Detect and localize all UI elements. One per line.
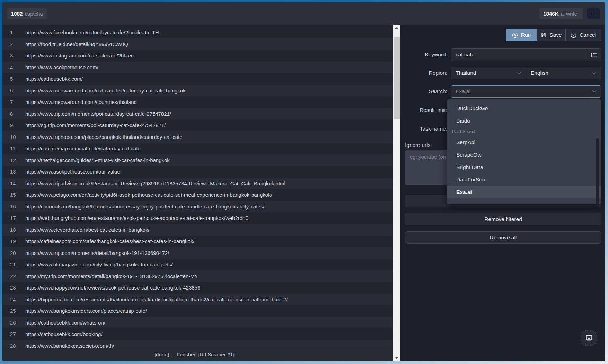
url-row-link: https://www.facebook.com/caturdaycatcafe…	[25, 29, 159, 35]
keyword-browse-button[interactable]	[587, 49, 601, 61]
url-list-panel: 1 https://www.facebook.com/caturdaycatca…	[2, 25, 393, 361]
scrollbar-thumb[interactable]	[394, 37, 400, 119]
ai-writer-label: ai writer	[561, 11, 579, 17]
url-row[interactable]: 3 https://www.instagram.com/catstalecafe…	[2, 50, 393, 62]
region-language-value: English	[526, 70, 592, 76]
url-row-number: 6	[2, 88, 25, 94]
url-row-number: 18	[2, 227, 25, 233]
region-selects: Thailand English	[451, 67, 601, 79]
task-name-label: Task name:	[405, 126, 447, 132]
url-row[interactable]: 16 https://coconuts.co/bangkok/features/…	[2, 201, 393, 213]
url-row[interactable]: 15 https://www.pelago.com/en/activity/pi…	[2, 189, 393, 201]
collapse-button[interactable]: ~	[587, 8, 600, 19]
search-engine-value: Exa.ai	[451, 88, 592, 95]
url-row-number: 25	[2, 308, 25, 314]
run-button[interactable]: Run	[506, 29, 537, 41]
url-row-link: https://www.trip.com/moments/detail/bang…	[25, 250, 169, 256]
top-bar: 1082 captcha 1846K ai writer ~	[2, 2, 605, 25]
url-row[interactable]: 13 https://www.asokpethouse.com/our-valu…	[2, 166, 393, 178]
search-engine-select[interactable]: Exa.ai	[451, 85, 601, 98]
url-row-number: 12	[2, 157, 25, 163]
url-row[interactable]: 1 https://www.facebook.com/caturdaycatca…	[2, 27, 393, 38]
keyword-label: Keyword:	[405, 52, 447, 58]
url-row-link: https://www.pelago.com/en/activity/pid6t…	[25, 192, 272, 198]
ai-writer-counter[interactable]: 1846K ai writer	[539, 8, 583, 19]
url-row[interactable]: 19 https://caffeinespots.com/cafes/bangk…	[2, 236, 393, 247]
url-row-number: 15	[2, 192, 25, 198]
region-language-select[interactable]: English	[526, 67, 601, 79]
app-window: 1082 captcha 1846K ai writer ~ 1 https:/…	[2, 2, 605, 361]
url-row[interactable]: 25 https://www.bangkokinsiders.com/place…	[2, 305, 393, 317]
chevron-down-icon	[517, 72, 521, 74]
url-row[interactable]: 6 https://www.meowaround.com/cat-cafe-li…	[2, 85, 393, 97]
save-label: Save	[549, 32, 562, 38]
remove-all-button[interactable]: Remove all	[405, 231, 601, 244]
list-scrollbar[interactable]	[393, 25, 400, 361]
url-row[interactable]: 28 https://www.bangkokcatsociety.com/th/	[2, 340, 393, 348]
url-row-link: https://www.cleverthai.com/best-cat-cafe…	[25, 227, 149, 233]
url-row[interactable]: 8 https://www.trip.com/moments/poi-catur…	[2, 108, 393, 120]
assistant-fab-button[interactable]	[581, 330, 597, 346]
scroll-down-button[interactable]	[393, 355, 400, 361]
url-row-link: https://cathousebkk.com/whats-on/	[25, 320, 105, 326]
url-row-link: https://www.asokpethouse.com/	[25, 64, 98, 70]
url-row[interactable]: 9 https://sg.trip.com/moments/poi-caturd…	[2, 119, 393, 131]
url-row[interactable]: 23 https://www.happycow.net/reviews/asok…	[2, 282, 393, 294]
url-row-link: https://coconuts.co/bangkok/features/pho…	[25, 204, 264, 210]
cancel-button[interactable]: Cancel	[565, 29, 601, 41]
url-row[interactable]: 14 https://www.tripadvisor.co.uk/Restaur…	[2, 178, 393, 189]
remove-filtered-button[interactable]: Remove filtered	[405, 213, 601, 225]
dropdown-option-duckduckgo[interactable]: DuckDuckGo	[447, 102, 601, 115]
url-row[interactable]: 2 https://food.trueid.net/detail/8qY899V…	[2, 38, 393, 50]
url-row-link: https://www.bangkokcatsociety.com/th/	[25, 343, 114, 348]
url-list: 1 https://www.facebook.com/caturdaycatca…	[2, 25, 393, 348]
save-button[interactable]: Save	[537, 29, 565, 41]
url-row[interactable]: 4 https://www.asokpethouse.com/	[2, 62, 393, 73]
url-row-number: 10	[2, 134, 25, 140]
url-row[interactable]: 20 https://www.trip.com/moments/detail/b…	[2, 247, 393, 259]
keyword-input[interactable]: cat cafe	[451, 48, 601, 61]
url-row[interactable]: 5 https://cathousebkk.com/	[2, 73, 393, 85]
dropdown-option-exa-ai[interactable]: Exa.ai	[447, 186, 601, 198]
scroll-up-button[interactable]	[393, 25, 400, 30]
url-row[interactable]: 22 https://my.trip.com/moments/detail/ba…	[2, 270, 393, 282]
search-label: Search:	[405, 88, 447, 95]
url-row[interactable]: 10 https://www.triphobo.com/places/bangk…	[2, 131, 393, 143]
url-row-number: 7	[2, 99, 25, 105]
x-circle-icon	[571, 32, 576, 38]
url-row[interactable]: 18 https://www.cleverthai.com/best-cat-c…	[2, 224, 393, 236]
url-row-link: https://www.bkmagazine.com/city-living/b…	[25, 261, 173, 267]
play-circle-icon	[512, 32, 518, 38]
url-row-number: 17	[2, 215, 25, 221]
dropdown-option-serpapi[interactable]: SerpApi	[447, 136, 601, 149]
dropdown-option-baidu[interactable]: Baidu	[447, 115, 601, 127]
dropdown-option-dataforseo[interactable]: DataForSeo	[447, 174, 601, 186]
region-country-value: Thailand	[451, 70, 517, 76]
url-row[interactable]: 27 https://cathousebkk.com/booking/	[2, 328, 393, 340]
keyword-row: Keyword: cat cafe	[405, 48, 601, 61]
url-row[interactable]: 17 https://web.hungryhub.com/en/restaura…	[2, 212, 393, 224]
region-country-select[interactable]: Thailand	[451, 67, 526, 79]
run-label: Run	[521, 32, 531, 38]
url-row-link: https://www.meowaround.com/countries/tha…	[25, 99, 137, 105]
url-row-link: https://www.asokpethouse.com/our-value	[25, 169, 120, 175]
dropdown-option-bright-data[interactable]: Bright Data	[447, 161, 601, 174]
url-row-link: https://www.trip.com/moments/poi-caturda…	[25, 111, 171, 117]
url-row[interactable]: 24 https://bippermedia.com/restaurants/t…	[2, 294, 393, 305]
url-row-number: 2	[2, 41, 25, 47]
url-row[interactable]: 26 https://cathousebkk.com/whats-on/	[2, 317, 393, 329]
search-engine-dropdown-menu: DuckDuckGo Baidu Paid Search SerpApi Scr…	[447, 99, 601, 204]
url-row-number: 16	[2, 204, 25, 210]
url-row-link: https://bippermedia.com/restaurants/thai…	[25, 296, 288, 302]
url-row[interactable]: 12 https://thethaiger.com/guides/5-must-…	[2, 154, 393, 166]
url-row[interactable]: 7 https://www.meowaround.com/countries/t…	[2, 96, 393, 108]
dropdown-option-scrapeowl[interactable]: ScrapeOwl	[447, 149, 601, 161]
url-row-link: https://www.happycow.net/reviews/asok-pe…	[25, 285, 200, 291]
url-row-number: 13	[2, 169, 25, 175]
url-row-link: https://sg.trip.com/moments/poi-caturday…	[25, 122, 166, 128]
url-row[interactable]: 11 https://catcafemap.com/cat-cafe/catur…	[2, 143, 393, 154]
captcha-counter[interactable]: 1082 captcha	[7, 8, 47, 19]
url-row[interactable]: 21 https://www.bkmagazine.com/city-livin…	[2, 259, 393, 270]
dropdown-scrollbar-thumb[interactable]	[596, 138, 599, 204]
url-row-number: 28	[2, 343, 25, 348]
